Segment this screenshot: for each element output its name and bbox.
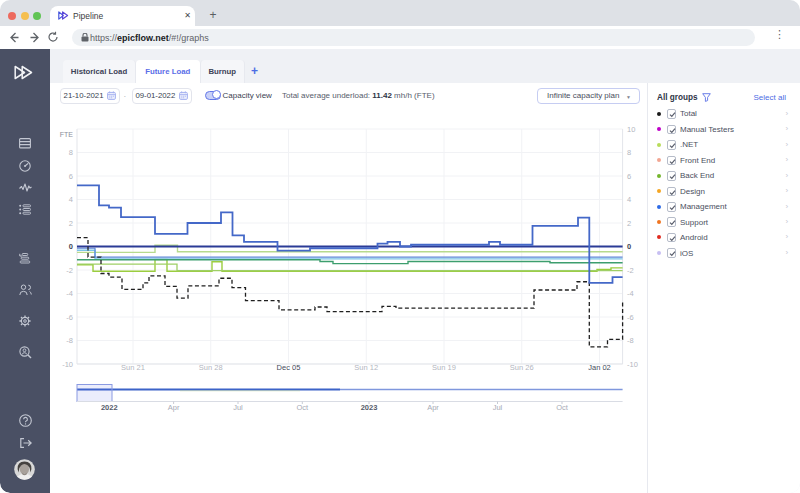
svg-text:4: 4 [69,195,73,204]
svg-text:-8: -8 [627,336,634,345]
svg-text:2: 2 [627,219,631,228]
svg-text:6: 6 [627,172,631,181]
svg-text:2: 2 [69,219,73,228]
svg-text:Apr: Apr [168,403,180,412]
svg-text:-2: -2 [627,266,634,275]
svg-text:4: 4 [627,195,631,204]
svg-text:Sun 21: Sun 21 [121,363,145,372]
svg-text:Oct: Oct [296,403,309,412]
svg-text:0: 0 [627,242,631,251]
svg-text:Sun 28: Sun 28 [199,363,223,372]
svg-text:2022: 2022 [101,403,118,412]
svg-text:-6: -6 [66,313,73,322]
svg-text:8: 8 [627,148,631,157]
svg-text:Jul: Jul [233,403,243,412]
svg-text:-2: -2 [66,266,73,275]
svg-text:Jul: Jul [493,403,503,412]
svg-text:10: 10 [627,125,635,134]
svg-text:Sun 12: Sun 12 [354,363,378,372]
svg-text:Jan 02: Jan 02 [588,363,611,372]
svg-text:-10: -10 [627,360,638,369]
svg-text:Apr: Apr [427,403,439,412]
svg-text:-4: -4 [66,289,73,298]
svg-text:FTE: FTE [60,131,74,138]
svg-text:Dec 05: Dec 05 [277,363,301,372]
svg-text:2023: 2023 [361,403,378,412]
svg-text:Sun 19: Sun 19 [432,363,456,372]
svg-text:Oct: Oct [556,403,569,412]
svg-text:Sun 26: Sun 26 [510,363,534,372]
svg-text:-8: -8 [66,336,73,345]
svg-text:-4: -4 [627,289,634,298]
svg-text:-6: -6 [627,313,634,322]
svg-text:6: 6 [69,172,73,181]
svg-text:8: 8 [69,148,73,157]
svg-text:0: 0 [69,242,73,251]
svg-text:-10: -10 [62,360,73,369]
